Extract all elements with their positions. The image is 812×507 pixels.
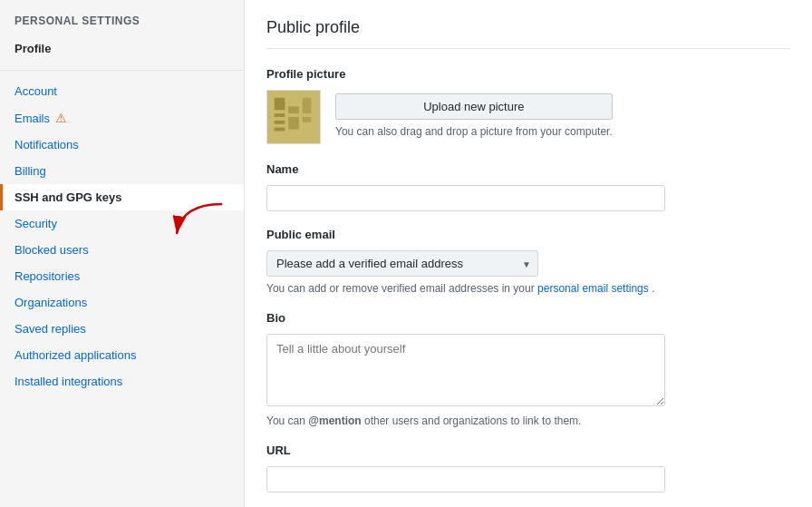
svg-rect-6 [288,106,299,113]
page-title: Public profile [266,18,790,49]
sidebar-item-authorized-applications[interactable]: Authorized applications [0,342,244,368]
bio-textarea[interactable] [266,334,665,406]
name-section: Name [266,162,790,211]
sidebar-divider [0,70,244,71]
sidebar-item-emails[interactable]: Emails ⚠ [0,104,244,132]
url-section: URL [266,444,790,492]
upload-picture-button[interactable]: Upload new picture [335,93,613,120]
profile-picture-actions: Upload new picture You can also drag and… [335,90,613,138]
avatar [266,90,321,144]
upload-hint: You can also drag and drop a picture fro… [335,125,613,138]
public-email-label: Public email [266,228,790,241]
sidebar-item-account[interactable]: Account [0,78,244,104]
profile-picture-row: Upload new picture You can also drag and… [266,90,790,144]
sidebar-item-blocked-users[interactable]: Blocked users [0,237,244,263]
svg-rect-8 [303,98,312,113]
svg-rect-4 [275,121,285,124]
sidebar-item-organizations[interactable]: Organizations [0,289,244,316]
svg-rect-2 [275,98,285,111]
svg-rect-3 [275,113,285,117]
email-help-text: You can add or remove verified email add… [266,282,790,295]
personal-email-settings-link[interactable]: personal email settings [537,282,649,295]
svg-rect-7 [288,117,299,130]
url-input[interactable] [266,466,665,492]
sidebar-profile-label: Profile [0,34,244,63]
bio-label: Bio [266,311,790,325]
main-content: Public profile Profile picture [245,0,812,507]
svg-rect-9 [303,117,312,122]
bio-section: Bio You can @mention other users and org… [266,311,790,427]
emails-warning-icon: ⚠ [55,111,67,125]
sidebar-item-ssh-gpg-keys[interactable]: SSH and GPG keys [0,184,244,210]
public-email-section: Public email Please add a verified email… [266,228,790,295]
sidebar-item-repositories[interactable]: Repositories [0,263,244,289]
svg-rect-5 [275,128,285,132]
email-select-wrapper: Please add a verified email address ▼ [266,250,538,277]
profile-picture-section: Profile picture U [266,67,790,144]
sidebar-item-installed-integrations[interactable]: Installed integrations [0,368,244,395]
sidebar-item-notifications[interactable]: Notifications [0,132,244,158]
name-label: Name [266,162,790,176]
email-select[interactable]: Please add a verified email address [266,250,538,277]
url-label: URL [266,444,790,457]
sidebar-item-saved-replies[interactable]: Saved replies [0,316,244,342]
bio-mention-help: You can @mention other users and organiz… [266,414,790,427]
name-input[interactable] [266,185,665,211]
profile-picture-label: Profile picture [266,67,790,81]
sidebar-item-security[interactable]: Security [0,210,244,237]
sidebar: Personal settings Profile Account Emails… [0,0,245,507]
sidebar-header: Personal settings [0,15,244,34]
sidebar-item-billing[interactable]: Billing [0,158,244,184]
